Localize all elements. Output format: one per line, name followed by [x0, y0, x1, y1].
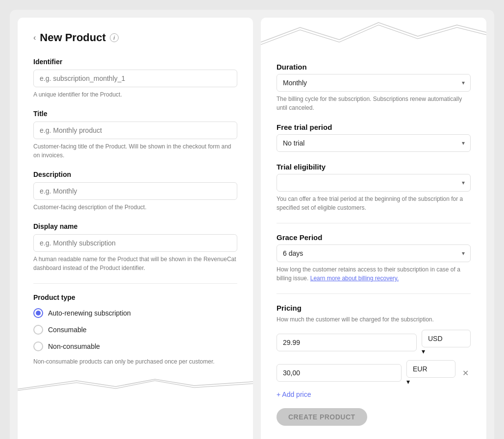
description-hint: Customer-facing description of the Produ…	[33, 203, 237, 212]
radio-label-auto: Auto-renewing subscription	[48, 309, 131, 317]
identifier-label: Identifier	[33, 58, 237, 66]
display-name-group: Display name A human readable name for t…	[33, 222, 237, 272]
grace-period-hint: How long the customer retains access to …	[277, 265, 471, 283]
title-label: Title	[33, 110, 237, 118]
free-trial-group: Free trial period No trial 3 days 7 days…	[277, 123, 471, 152]
description-label: Description	[33, 171, 237, 178]
price-input-1[interactable]	[277, 364, 402, 382]
duration-group: Duration Monthly Weekly Annual Daily 3 M…	[277, 63, 471, 112]
page-header: ‹ New Product i	[33, 31, 237, 44]
display-name-input[interactable]	[33, 234, 237, 252]
radio-auto-renewing[interactable]: Auto-renewing subscription	[33, 308, 237, 318]
duration-label: Duration	[277, 63, 471, 71]
free-trial-label: Free trial period	[277, 123, 471, 131]
description-group: Description Customer-facing description …	[33, 171, 237, 212]
create-product-button[interactable]: CREATE PRODUCT	[277, 408, 367, 426]
display-name-label: Display name	[33, 222, 237, 230]
grace-period-group: Grace Period 6 days 3 days 16 days ▾ How…	[277, 233, 471, 283]
title-hint: Customer-facing title of the Product. Wi…	[33, 142, 237, 160]
product-type-group: Product type Auto-renewing subscription …	[33, 293, 237, 366]
right-panel: Duration Monthly Weekly Annual Daily 3 M…	[261, 18, 486, 439]
trial-eligibility-select[interactable]	[277, 174, 471, 192]
outer-container: ‹ New Product i Identifier A unique iden…	[10, 10, 494, 439]
free-trial-select[interactable]: No trial 3 days 7 days 14 days 1 month	[277, 134, 471, 152]
identifier-input[interactable]	[33, 70, 237, 87]
title-input[interactable]	[33, 122, 237, 139]
free-trial-select-wrapper: No trial 3 days 7 days 14 days 1 month ▾	[277, 134, 471, 152]
radio-label-non-consumable: Non-consumable	[48, 342, 100, 350]
right-divider-1	[277, 223, 471, 223]
duration-select-wrapper: Monthly Weekly Annual Daily 3 Months 6 M…	[277, 74, 471, 92]
radio-circle-auto	[33, 308, 43, 318]
pricing-label: Pricing	[277, 304, 471, 312]
duration-select[interactable]: Monthly Weekly Annual Daily 3 Months 6 M…	[277, 74, 471, 92]
radio-non-consumable[interactable]: Non-consumable	[33, 341, 237, 351]
grace-period-label: Grace Period	[277, 233, 471, 242]
trial-eligibility-group: Trial eligibility ▾ You can offer a free…	[277, 163, 471, 212]
price-input-0[interactable]	[277, 334, 417, 351]
grace-period-select[interactable]: 6 days 3 days 16 days	[277, 244, 471, 262]
trial-eligibility-hint: You can offer a free trial period at the…	[277, 195, 471, 212]
radio-dot-auto	[36, 311, 41, 316]
currency-select-1[interactable]: USD EUR GBP	[406, 360, 455, 378]
display-name-hint: A human readable name for the Product th…	[33, 255, 237, 272]
product-type-hint: Non-consumable products can only be purc…	[33, 357, 237, 366]
identifier-group: Identifier A unique identifier for the P…	[33, 58, 237, 99]
pricing-row-0: USD EUR GBP ▾	[277, 330, 471, 355]
currency-chevron-icon-0: ▾	[422, 347, 425, 355]
radio-consumable[interactable]: Consumable	[33, 325, 237, 335]
pricing-hint: How much the customer will be charged fo…	[277, 315, 471, 324]
remove-price-button-1[interactable]: ✕	[460, 366, 471, 380]
left-scroll-decoration	[18, 377, 253, 391]
radio-label-consumable: Consumable	[48, 326, 87, 334]
right-scroll-decoration	[261, 18, 486, 53]
currency-select-0[interactable]: USD EUR GBP	[422, 330, 471, 347]
divider	[33, 283, 237, 284]
product-type-label: Product type	[33, 293, 237, 301]
radio-circle-non-consumable	[33, 341, 43, 351]
trial-eligibility-label: Trial eligibility	[277, 163, 471, 171]
info-icon[interactable]: i	[110, 33, 119, 42]
left-panel: ‹ New Product i Identifier A unique iden…	[18, 18, 253, 439]
title-group: Title Customer-facing title of the Produ…	[33, 110, 237, 160]
grace-period-select-wrapper: 6 days 3 days 16 days ▾	[277, 244, 471, 262]
add-price-button[interactable]: + Add price	[277, 390, 311, 398]
duration-hint: The billing cycle for the subscription. …	[277, 95, 471, 112]
pricing-row-1: USD EUR GBP ▾ ✕	[277, 360, 471, 386]
currency-select-wrapper-1: USD EUR GBP ▾	[406, 360, 455, 386]
description-input[interactable]	[33, 182, 237, 200]
currency-select-wrapper-0: USD EUR GBP ▾	[422, 330, 471, 355]
back-button[interactable]: ‹	[33, 33, 36, 42]
right-divider-2	[277, 293, 471, 294]
identifier-hint: A unique identifier for the Product.	[33, 90, 237, 99]
page-title: New Product	[40, 31, 105, 44]
radio-group: Auto-renewing subscription Consumable No…	[33, 308, 237, 351]
trial-eligibility-select-wrapper: ▾	[277, 174, 471, 192]
currency-chevron-icon-1: ▾	[406, 378, 410, 386]
pricing-group: Pricing How much the customer will be ch…	[277, 304, 471, 438]
radio-circle-consumable	[33, 325, 43, 335]
billing-recovery-link[interactable]: Learn more about billing recovery.	[310, 275, 399, 282]
